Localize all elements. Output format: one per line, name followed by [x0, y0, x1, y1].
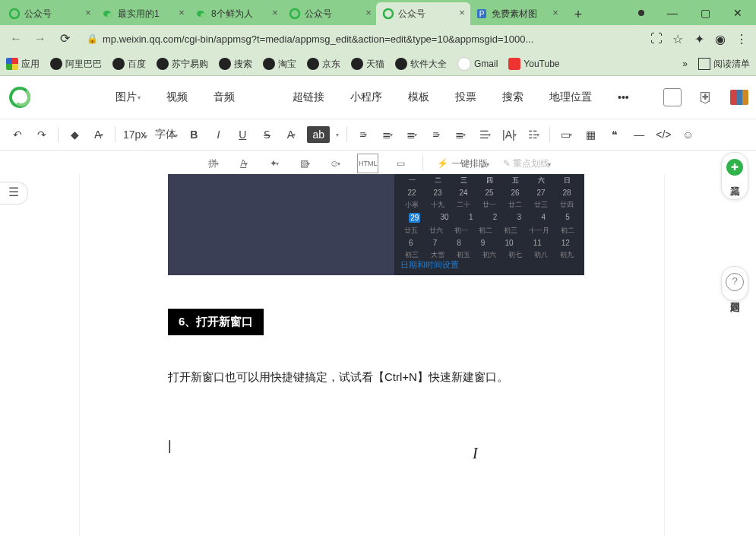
- bookmarks-overflow[interactable]: »: [682, 59, 688, 69]
- sticker-icon[interactable]: ☺▾: [327, 155, 343, 172]
- code-icon[interactable]: </>: [655, 126, 672, 143]
- translate-icon[interactable]: ⛶: [648, 32, 665, 46]
- align-justify-icon[interactable]: ≣▾: [403, 126, 420, 143]
- text-decoration-icon[interactable]: A▾: [236, 155, 252, 172]
- forward-button[interactable]: →: [30, 29, 50, 49]
- apps-button[interactable]: 应用: [6, 58, 40, 71]
- bookmark-item[interactable]: YouTube: [508, 57, 559, 71]
- material-library-icon[interactable]: [730, 90, 748, 105]
- tab-close-icon[interactable]: ×: [83, 8, 93, 19]
- menu-picture[interactable]: 图片▾: [111, 87, 145, 107]
- tab-close-icon[interactable]: ×: [550, 8, 561, 19]
- toolbox-float[interactable]: ✚ 工具箱 ‹: [721, 152, 748, 200]
- indent-icon[interactable]: ≣▾: [379, 126, 396, 143]
- menu-vote[interactable]: 投票: [451, 87, 481, 107]
- bookmark-item[interactable]: Gmail: [457, 57, 498, 71]
- quote-icon[interactable]: ❝: [606, 126, 623, 143]
- menu-audio[interactable]: 音频: [209, 87, 239, 107]
- browser-tab[interactable]: 公众号×: [376, 2, 470, 25]
- divider-icon[interactable]: —: [631, 126, 647, 143]
- ordered-list-icon[interactable]: ☰▾: [476, 126, 493, 143]
- outline-toggle[interactable]: ☰: [0, 182, 28, 205]
- tab-close-icon[interactable]: ×: [176, 8, 187, 19]
- minimize-button[interactable]: —: [667, 7, 678, 19]
- table-icon[interactable]: ▦: [582, 126, 599, 143]
- back-button[interactable]: ←: [6, 29, 26, 49]
- line-height-icon[interactable]: ≣▾: [452, 126, 469, 143]
- underline-icon[interactable]: U: [234, 126, 251, 143]
- bookmark-item[interactable]: 天猫: [351, 57, 384, 71]
- bold-icon[interactable]: B: [185, 126, 202, 143]
- help-float[interactable]: ? 遇到问题: [721, 266, 748, 301]
- bookmark-item[interactable]: 苏宁易购: [157, 57, 208, 71]
- toolbox-collapse[interactable]: ‹: [722, 182, 748, 193]
- emoji-icon[interactable]: ☺: [679, 126, 696, 143]
- highlight-icon[interactable]: ab: [307, 126, 330, 143]
- bookmark-icon: [157, 58, 169, 70]
- reading-list[interactable]: 阅读清单: [698, 58, 750, 71]
- browser-tab[interactable]: 8个鲜为人×: [189, 2, 283, 25]
- menu-search[interactable]: 搜索: [498, 87, 528, 107]
- pinyin-icon[interactable]: 拼▾: [205, 155, 222, 172]
- paint-format-icon[interactable]: ◆: [66, 126, 83, 143]
- effects-icon[interactable]: ✦▾: [266, 155, 283, 172]
- browser-tab[interactable]: 公众号×: [283, 2, 377, 25]
- embedded-image[interactable]: 一二三四五六日 22232425262728 小寒十九二十廿一廿二廿三廿四 29…: [168, 174, 584, 275]
- font-color-icon[interactable]: A▾: [283, 126, 299, 143]
- strike-icon[interactable]: S̶: [258, 126, 275, 143]
- tab-close-icon[interactable]: ×: [457, 8, 467, 19]
- menu-video[interactable]: 视频: [162, 87, 192, 107]
- keypoint-button[interactable]: ✎ 重点划线▾: [503, 157, 551, 170]
- extensions-icon[interactable]: ✦: [691, 32, 707, 46]
- tab-close-icon[interactable]: ×: [270, 8, 280, 19]
- incognito-icon: [638, 10, 644, 16]
- italic-icon[interactable]: I: [210, 126, 226, 143]
- browser-tab[interactable]: 公众号×: [2, 2, 96, 25]
- weixin-logo[interactable]: [8, 85, 32, 109]
- maximize-button[interactable]: ▢: [701, 7, 710, 19]
- paragraph-spacing-icon[interactable]: ▭▾: [558, 126, 574, 143]
- menu-template[interactable]: 模板: [403, 87, 434, 107]
- star-icon[interactable]: ☆: [669, 32, 686, 46]
- article-body[interactable]: 一二三四五六日 22232425262728 小寒十九二十廿一廿二廿三廿四 29…: [79, 174, 665, 536]
- lock-icon: 🔒: [87, 33, 98, 44]
- new-tab-button[interactable]: +: [568, 5, 588, 25]
- html-icon[interactable]: HTML: [357, 154, 378, 173]
- image-tool-icon[interactable]: ▧▾: [296, 155, 313, 172]
- bookmark-item[interactable]: 阿里巴巴: [50, 57, 102, 71]
- menu-miniprogram[interactable]: 小程序: [346, 87, 387, 107]
- reload-button[interactable]: ⟳: [55, 29, 74, 49]
- clear-format-icon[interactable]: A̶▾: [90, 126, 107, 143]
- undo-icon[interactable]: ↶: [9, 126, 26, 143]
- date-settings-link[interactable]: 日期和时间设置: [400, 259, 459, 271]
- bullet-list-icon[interactable]: ☷▾: [525, 126, 542, 143]
- redo-icon[interactable]: ↷: [33, 126, 50, 143]
- menu-more[interactable]: •••: [613, 88, 634, 106]
- letter-spacing-icon[interactable]: |A|▾: [501, 126, 517, 143]
- bookmark-item[interactable]: 淘宝: [263, 57, 296, 71]
- tab-close-icon[interactable]: ×: [363, 8, 374, 19]
- url-box[interactable]: 🔒 mp.weixin.qq.com/cgi-bin/appmsg?t=medi…: [79, 28, 644, 49]
- bookmark-item[interactable]: 搜索: [219, 57, 252, 71]
- card-icon[interactable]: ▭: [392, 155, 409, 172]
- browser-tab[interactable]: P免费素材图×: [470, 2, 564, 25]
- bookmark-icon: [508, 58, 520, 70]
- align-left-icon[interactable]: ≡▾: [355, 126, 372, 143]
- menu-hyperlink[interactable]: 超链接: [288, 87, 329, 107]
- bookmark-item[interactable]: 软件大全: [395, 57, 447, 71]
- menu-location[interactable]: 地理位置: [545, 87, 596, 107]
- section-heading[interactable]: 6、打开新窗口: [168, 309, 264, 335]
- preview-phone-icon[interactable]: [663, 88, 682, 106]
- menu-dots-icon[interactable]: ⋮: [733, 32, 750, 46]
- font-size[interactable]: 17px▾: [123, 128, 147, 141]
- font-family[interactable]: 字体▾: [155, 128, 178, 141]
- close-window-button[interactable]: ✕: [733, 7, 742, 19]
- bookmark-item[interactable]: 百度: [112, 57, 146, 71]
- browser-tab[interactable]: 最实用的1×: [96, 2, 190, 25]
- paragraph-text[interactable]: 打开新窗口也可以用快捷键搞定，试试看【Ctrl+N】快速新建窗口。: [168, 370, 584, 385]
- auto-layout-button[interactable]: ⚡ 一键排版▾: [437, 157, 489, 170]
- bookmark-item[interactable]: 京东: [307, 57, 340, 71]
- float-icon[interactable]: ≡▾: [428, 126, 444, 143]
- shield-icon[interactable]: ⛨: [698, 89, 713, 106]
- profile-icon[interactable]: ◉: [712, 32, 729, 46]
